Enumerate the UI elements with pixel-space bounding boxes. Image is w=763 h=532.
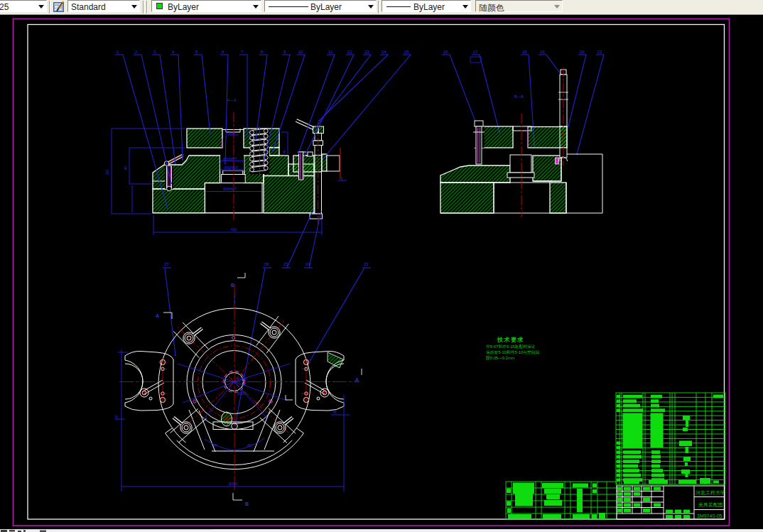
- svg-text:14: 14: [381, 50, 386, 54]
- svg-text:45: 45: [124, 165, 128, 170]
- svg-text:A: A: [355, 377, 359, 382]
- svg-text:A: A: [156, 313, 159, 318]
- svg-text:B: B: [283, 151, 286, 154]
- svg-text:20: 20: [580, 50, 585, 54]
- svg-text:45°: 45°: [247, 444, 252, 447]
- svg-text:隙0.05—0.2mm: 隙0.05—0.2mm: [486, 355, 515, 361]
- svg-text:7: 7: [241, 50, 244, 54]
- svg-text:3: 3: [153, 50, 156, 54]
- svg-text:13: 13: [364, 50, 369, 54]
- svg-text:22: 22: [364, 262, 369, 266]
- svg-text:Φ100: Φ100: [237, 392, 246, 396]
- svg-text:B—B: B—B: [514, 94, 524, 99]
- svg-text:件5-07和件5-15装配时保证: 件5-07和件5-15装配时保证: [486, 344, 536, 349]
- svg-text:Φ42H8/f7: Φ42H8/f7: [224, 166, 239, 170]
- svg-text:24: 24: [305, 262, 310, 266]
- svg-text:45: 45: [333, 411, 337, 414]
- svg-text:8: 8: [261, 50, 264, 54]
- svg-text:420: 420: [231, 227, 237, 232]
- svg-text:120: 120: [106, 169, 109, 175]
- svg-text:1: 1: [117, 50, 119, 54]
- svg-text:23: 23: [283, 262, 288, 266]
- svg-text:B: B: [231, 283, 234, 288]
- svg-text:21: 21: [597, 50, 602, 54]
- svg-text:5: 5: [195, 50, 198, 54]
- svg-text:27: 27: [164, 262, 169, 266]
- svg-text:Φ25H7: Φ25H7: [237, 378, 248, 381]
- svg-text:19: 19: [540, 50, 545, 54]
- svg-text:3M9740-05: 3M9740-05: [697, 514, 723, 519]
- svg-text:12: 12: [347, 50, 352, 54]
- svg-text:2: 2: [341, 177, 343, 180]
- svg-text:Φ36: Φ36: [229, 131, 235, 135]
- svg-text:河北工程大学: 河北工程大学: [695, 490, 725, 496]
- svg-text:17: 17: [473, 50, 478, 54]
- svg-text:Φ30H8/f7: Φ30H8/f7: [223, 188, 237, 191]
- svg-text:2: 2: [135, 50, 138, 54]
- svg-text:16: 16: [443, 50, 448, 54]
- svg-text:10: 10: [298, 50, 303, 54]
- svg-text:B: B: [245, 501, 249, 506]
- svg-text:6: 6: [222, 50, 224, 54]
- svg-text:4: 4: [172, 50, 175, 54]
- svg-text:夹具装配图: 夹具装配图: [698, 502, 723, 508]
- svg-text:18: 18: [522, 50, 527, 54]
- svg-text:技术要求: 技术要求: [497, 337, 524, 343]
- svg-text:9: 9: [283, 50, 286, 54]
- svg-text:11: 11: [328, 50, 333, 54]
- svg-text:保持架5-10和件5-10与空间间: 保持架5-10和件5-10与空间间: [486, 349, 540, 355]
- svg-text:Φ330: Φ330: [229, 482, 238, 486]
- svg-text:45°: 45°: [213, 444, 218, 447]
- svg-text:15: 15: [404, 50, 409, 54]
- svg-text:210: 210: [115, 415, 119, 420]
- svg-text:26: 26: [264, 262, 269, 266]
- svg-text:A—A: A—A: [227, 98, 237, 102]
